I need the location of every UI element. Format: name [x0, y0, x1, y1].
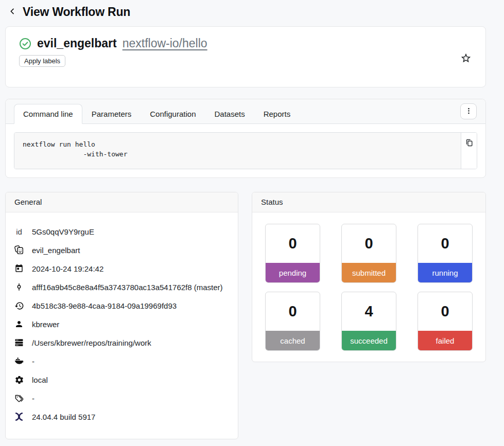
general-row-executor: local	[13, 370, 230, 389]
id-label: id	[13, 227, 25, 236]
submitted-count: 0	[342, 224, 396, 263]
user-icon	[13, 319, 25, 329]
nextflow-version-value: 24.04.4 build 5917	[32, 413, 95, 421]
copy-icon	[465, 138, 474, 169]
running-chip: running	[418, 263, 472, 282]
repo-link[interactable]: nextflow-io/hello	[123, 37, 207, 50]
kebab-menu-icon	[465, 107, 473, 116]
general-panel-title: General	[6, 192, 238, 212]
page-title: View Workflow Run	[23, 5, 130, 19]
general-row-commit: afff16a9b45c8e8a4f5a3743780ac13a541762f8…	[13, 278, 230, 296]
view-workflow-run-page: View Workflow Run evil_engelbart nextflo…	[0, 0, 504, 446]
work-directory-icon	[13, 338, 25, 347]
general-row-run-name: evil_engelbart	[13, 241, 230, 259]
chevron-left-icon	[8, 7, 16, 17]
command-line-text: nextflow run hello -with-tower	[14, 133, 461, 169]
general-row-session-id: 4b518c38-9e88-4caa-9184-09a19969fd93	[13, 296, 230, 315]
submitted-chip: submitted	[342, 263, 396, 282]
more-options-button[interactable]	[460, 103, 477, 119]
general-row-workdir: /Users/kbrewer/repos/training/work	[13, 333, 230, 352]
general-row-id: id 5Gs0qqV9Y9rguE	[13, 222, 230, 241]
docker-icon	[13, 356, 25, 366]
apply-labels-button[interactable]: Apply labels	[19, 55, 65, 67]
executor-gear-icon	[13, 375, 25, 385]
git-commit-icon	[13, 282, 25, 292]
star-favorite-button[interactable]	[460, 52, 472, 64]
command-line-tab-panel: nextflow run hello -with-tower	[6, 124, 485, 177]
page-header: View Workflow Run	[0, 0, 504, 19]
cached-count: 0	[266, 292, 320, 331]
container-value: -	[32, 357, 34, 366]
workdir-value: /Users/kbrewer/repos/training/work	[32, 338, 151, 347]
succeeded-count: 4	[342, 292, 396, 331]
start-time-value: 2024-10-24 19:24:42	[32, 264, 103, 273]
status-box-failed: 0 failed	[418, 292, 473, 351]
executor-value: local	[32, 376, 48, 384]
run-name-masks-icon	[13, 245, 25, 255]
tab-reports[interactable]: Reports	[254, 104, 300, 124]
cached-chip: cached	[266, 331, 320, 350]
running-count: 0	[418, 224, 472, 263]
status-grid: 0 pending 0 submitted 0 running 0 cached…	[252, 212, 485, 351]
tab-datasets[interactable]: Datasets	[205, 104, 254, 124]
commit-id-value: afff16a9b45c8e8a4f5a3743780ac13a541762f8…	[32, 283, 223, 292]
star-icon	[460, 58, 472, 65]
succeeded-chip: succeeded	[342, 331, 396, 350]
pending-chip: pending	[266, 263, 320, 282]
run-summary-card: evil_engelbart nextflow-io/hello Apply l…	[5, 26, 486, 87]
session-id-value: 4b518c38-9e88-4caa-9184-09a19969fd93	[32, 301, 177, 310]
tags-icon	[13, 394, 25, 403]
status-box-pending: 0 pending	[265, 224, 320, 283]
run-name-value: evil_engelbart	[32, 246, 80, 255]
run-id-value: 5Gs0qqV9Y9rguE	[32, 227, 94, 236]
status-box-cached: 0 cached	[265, 292, 320, 351]
copy-command-button[interactable]	[461, 133, 477, 169]
tags-value: -	[32, 394, 34, 403]
status-box-succeeded: 4 succeeded	[341, 292, 396, 351]
status-box-submitted: 0 submitted	[341, 224, 396, 283]
status-panel-title: Status	[252, 192, 485, 212]
status-box-running: 0 running	[418, 224, 473, 283]
tab-command-line[interactable]: Command line	[14, 104, 82, 124]
general-row-nextflow-version: 24.04.4 build 5917	[13, 407, 230, 426]
run-details-card: Command line Parameters Configuration Da…	[5, 99, 486, 178]
failed-chip: failed	[418, 331, 472, 350]
tab-parameters[interactable]: Parameters	[82, 104, 141, 124]
session-history-icon	[13, 301, 25, 311]
success-check-circle-icon	[19, 38, 31, 50]
user-value: kbrewer	[32, 320, 59, 329]
status-panel: Status 0 pending 0 submitted 0 running 0…	[252, 192, 486, 362]
tab-configuration[interactable]: Configuration	[141, 104, 205, 124]
nextflow-logo-icon	[13, 412, 25, 422]
pending-count: 0	[266, 224, 320, 263]
general-panel: General id 5Gs0qqV9Y9rguE	[5, 192, 238, 439]
back-button[interactable]	[7, 6, 18, 18]
general-row-start-time: 2024-10-24 19:24:42	[13, 259, 230, 278]
calendar-icon	[13, 264, 25, 273]
failed-count: 0	[418, 292, 472, 331]
general-row-tags: -	[13, 389, 230, 407]
run-name: evil_engelbart	[37, 37, 117, 50]
general-row-user: kbrewer	[13, 315, 230, 333]
general-row-container: -	[13, 352, 230, 370]
tab-bar: Command line Parameters Configuration Da…	[6, 99, 485, 124]
